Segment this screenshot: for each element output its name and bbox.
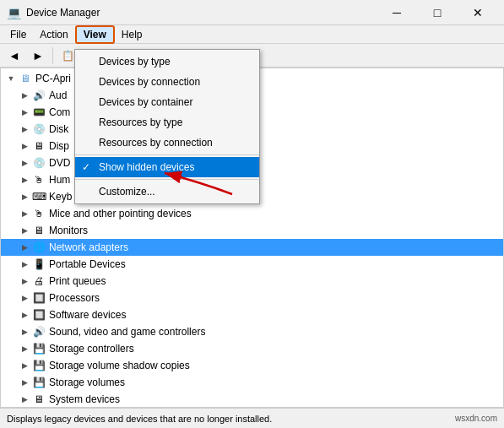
item-label: Customize... bbox=[99, 186, 155, 198]
mice-icon: 🖱 bbox=[31, 206, 46, 221]
system-icon: 🖥 bbox=[31, 392, 46, 407]
menu-resources-by-type[interactable]: Resources by type bbox=[75, 112, 259, 133]
item-label: Resources by connection bbox=[99, 137, 213, 149]
list-item[interactable]: ▶ 🖨 Print queues bbox=[1, 273, 503, 290]
keyb-icon: ⌨ bbox=[31, 189, 46, 204]
menu-help[interactable]: Help bbox=[115, 25, 149, 44]
dvd-icon: 💿 bbox=[31, 155, 46, 171]
list-item[interactable]: ▶ 💾 Storage volume shadow copies bbox=[1, 357, 503, 374]
item-label: System devices bbox=[49, 393, 120, 405]
expand-icon[interactable]: ▶ bbox=[18, 106, 31, 119]
menu-devices-by-connection[interactable]: Devices by connection bbox=[75, 72, 259, 92]
watermark: wsxdn.com bbox=[455, 414, 497, 423]
expand-icon[interactable]: ▶ bbox=[18, 190, 31, 203]
menu-view[interactable]: View bbox=[75, 25, 115, 44]
list-item[interactable]: ▶ 🔲 Processors bbox=[1, 290, 503, 306]
item-label: Keyb bbox=[49, 191, 72, 203]
list-item[interactable]: ▶ 🖱 Mice and other pointing devices bbox=[1, 205, 503, 222]
network-adapters-item[interactable]: ▶ 🌐 Network adapters bbox=[1, 239, 503, 256]
minimize-button[interactable]: ─ bbox=[377, 0, 416, 25]
window-title: Device Manager bbox=[26, 7, 100, 19]
status-text: Displays legacy devices and devices that… bbox=[7, 414, 272, 424]
expand-icon[interactable]: ▶ bbox=[18, 274, 31, 288]
window-controls: ─ □ ✕ bbox=[377, 0, 497, 25]
item-label: Disp bbox=[49, 140, 69, 152]
storage-vol-icon: 💾 bbox=[31, 375, 46, 390]
expand-icon[interactable]: ▶ bbox=[18, 308, 31, 322]
expand-icon[interactable]: ▶ bbox=[18, 359, 31, 372]
item-label: Processors bbox=[49, 292, 100, 304]
portable-devices-item[interactable]: ▶ 📱 Portable Devices bbox=[1, 256, 503, 273]
item-label: Storage controllers bbox=[49, 343, 134, 355]
root-expand-icon[interactable]: ▼ bbox=[4, 72, 18, 85]
expand-icon[interactable]: ▶ bbox=[18, 376, 31, 389]
forward-button[interactable]: ► bbox=[27, 46, 49, 66]
toolbar-separator bbox=[52, 47, 53, 64]
item-label: Disk bbox=[49, 123, 68, 135]
item-label: Storage volume shadow copies bbox=[49, 360, 190, 371]
status-bar: Displays legacy devices and devices that… bbox=[0, 408, 504, 428]
tree-root-label: PC-Apri bbox=[35, 73, 71, 84]
dropdown-separator bbox=[75, 154, 259, 155]
menu-action[interactable]: Action bbox=[33, 25, 74, 44]
disp-icon: 🖥 bbox=[31, 138, 46, 154]
expand-icon[interactable]: ▶ bbox=[18, 139, 31, 153]
proc-icon: 🔲 bbox=[31, 290, 46, 306]
menu-devices-by-container[interactable]: Devices by container bbox=[75, 92, 259, 112]
app-icon: 💻 bbox=[7, 6, 21, 19]
print-icon: 🖨 bbox=[31, 274, 46, 289]
item-label: Com bbox=[49, 106, 70, 118]
software-icon: 🔲 bbox=[31, 307, 46, 322]
title-bar: 💻 Device Manager ─ □ ✕ bbox=[0, 0, 504, 25]
expand-icon[interactable]: ▶ bbox=[18, 342, 31, 355]
item-label: Portable Devices bbox=[49, 258, 126, 270]
menu-bar: File Action View Help bbox=[0, 25, 504, 44]
item-label: Devices by type bbox=[99, 56, 171, 68]
com-icon: 📟 bbox=[31, 105, 46, 120]
network-icon: 🌐 bbox=[31, 240, 46, 255]
expand-icon[interactable]: ▶ bbox=[18, 122, 31, 136]
list-item[interactable]: ▶ 💾 Storage volumes bbox=[1, 374, 503, 391]
red-arrow-annotation bbox=[148, 165, 249, 201]
list-item[interactable]: ▶ 🔊 Sound, video and game controllers bbox=[1, 323, 503, 340]
portable-icon: 📱 bbox=[31, 257, 46, 272]
storage-shadow-icon: 💾 bbox=[31, 358, 46, 373]
menu-file[interactable]: File bbox=[3, 25, 33, 44]
list-item[interactable]: ▶ 🔲 Software devices bbox=[1, 306, 503, 323]
item-label: Devices by connection bbox=[99, 76, 200, 88]
checkmark-icon: ✓ bbox=[82, 161, 90, 173]
maximize-button[interactable]: □ bbox=[418, 0, 457, 25]
expand-icon[interactable]: ▶ bbox=[18, 393, 31, 406]
close-button[interactable]: ✕ bbox=[458, 0, 497, 25]
expand-icon[interactable]: ▶ bbox=[18, 325, 31, 339]
item-label: Hum bbox=[49, 174, 70, 186]
expand-icon[interactable]: ▶ bbox=[18, 224, 31, 237]
item-label: Network adapters bbox=[49, 241, 128, 253]
sound-icon: 🔊 bbox=[31, 324, 46, 339]
expand-icon[interactable]: ▶ bbox=[18, 241, 31, 254]
menu-devices-by-type[interactable]: Devices by type bbox=[75, 51, 259, 72]
expand-icon[interactable]: ▶ bbox=[18, 173, 31, 187]
expand-icon[interactable]: ▶ bbox=[18, 257, 31, 271]
audio-icon: 🔊 bbox=[31, 88, 46, 103]
list-item[interactable]: ▶ 🖥 System devices bbox=[1, 391, 503, 408]
item-label: DVD bbox=[49, 157, 70, 169]
item-label: Sound, video and game controllers bbox=[49, 326, 205, 338]
item-label: Devices by container bbox=[99, 96, 192, 108]
expand-icon[interactable]: ▶ bbox=[18, 156, 31, 170]
item-label: Print queues bbox=[49, 275, 106, 287]
list-item[interactable]: ▶ 💾 Storage controllers bbox=[1, 340, 503, 357]
menu-resources-by-connection[interactable]: Resources by connection bbox=[75, 133, 259, 153]
item-label: Mice and other pointing devices bbox=[49, 208, 192, 219]
expand-icon[interactable]: ▶ bbox=[18, 207, 31, 220]
expand-icon[interactable]: ▶ bbox=[18, 89, 31, 102]
item-label: Monitors bbox=[49, 225, 88, 236]
disk-icon: 💿 bbox=[31, 122, 46, 137]
item-label: Resources by type bbox=[99, 116, 182, 128]
back-button[interactable]: ◄ bbox=[3, 46, 25, 66]
list-item[interactable]: ▶ 🖥 Monitors bbox=[1, 222, 503, 239]
hum-icon: 🖱 bbox=[31, 172, 46, 187]
expand-icon[interactable]: ▶ bbox=[18, 291, 31, 305]
item-label: Aud bbox=[49, 89, 67, 101]
storage-icon: 💾 bbox=[31, 341, 46, 356]
